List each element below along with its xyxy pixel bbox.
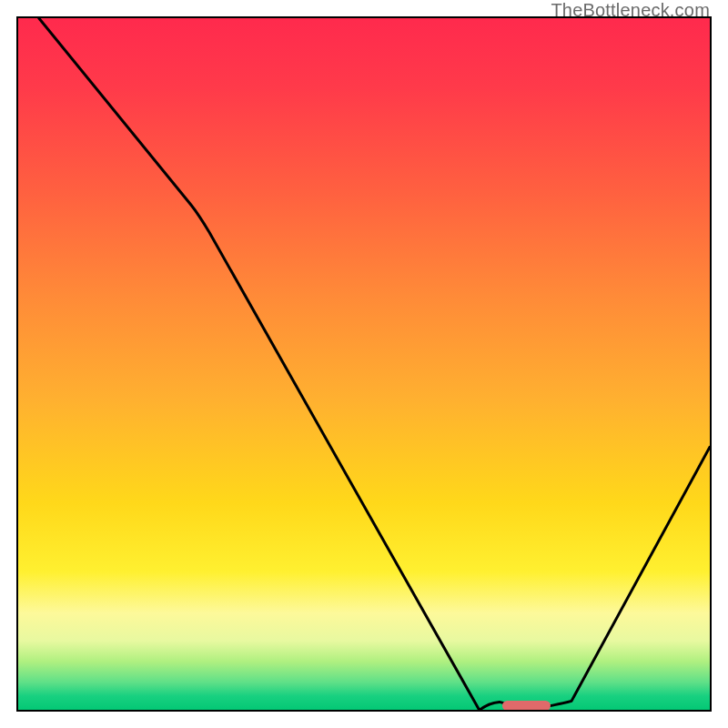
- optimal-range-marker: [502, 701, 551, 711]
- bottleneck-curve: [18, 18, 710, 710]
- chart-frame: [16, 16, 712, 712]
